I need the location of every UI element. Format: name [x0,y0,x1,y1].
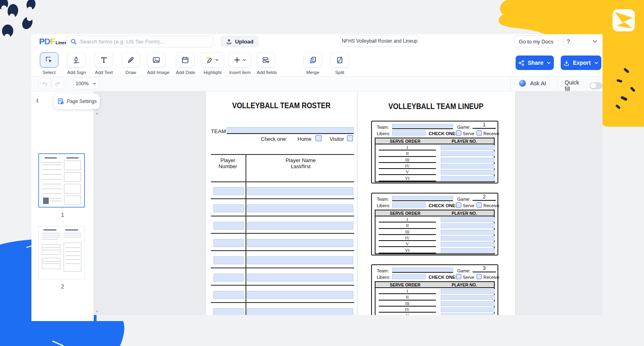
player-no-field[interactable] [441,295,495,300]
tool-add-image[interactable]: Add Image [147,52,169,75]
player-no-field[interactable] [441,313,495,315]
page-divider [357,91,357,315]
tool-select[interactable]: Select [40,52,58,75]
quick-fill-label: Quick fill [565,79,586,92]
scroll-down-arrow[interactable]: ▼ [95,310,99,313]
share-button[interactable]: Share [516,56,554,70]
roster-number-field[interactable] [213,239,244,247]
zoom-level-select[interactable]: 100% [73,78,99,89]
roster-title: VOLLEYBALL TEAM ROSTER [232,101,331,110]
split-icon [336,56,344,64]
roster-number-field[interactable] [213,308,244,315]
pdfliner-logo[interactable]: PDFLiner [39,37,66,46]
lineup-team-field[interactable] [392,268,453,273]
libero-label: Libero: [377,275,390,280]
player-no-field[interactable] [441,158,495,163]
roster-name-field[interactable] [247,256,353,264]
serve-row-numeral: I [379,144,436,150]
game-box-1: Team: Game: 1 Libero: CHECK ONE: Serve R… [371,121,498,183]
go-to-my-docs-button[interactable]: Go to my Docs [514,35,558,47]
ask-ai-button[interactable]: Ask AI [518,79,546,87]
roster-number-field[interactable] [213,291,244,299]
player-no-field[interactable] [441,307,495,312]
roster-name-field[interactable] [247,239,353,247]
page-thumbnail-1[interactable] [38,153,85,208]
app-window: PDFLiner Upload NFHS Volleyball Roster a… [31,34,603,315]
tool-insert-item[interactable]: Insert item [228,52,252,75]
serve-checkbox[interactable] [456,274,461,279]
visitor-checkbox[interactable] [347,135,353,141]
player-no-field[interactable] [441,289,495,294]
team-label: Team: [377,268,389,273]
merge-icon [309,56,317,64]
receive-checkbox[interactable] [477,274,482,279]
tool-add-sign[interactable]: Add Sign [67,52,86,75]
roster-name-field[interactable] [247,204,353,212]
roster-name-field[interactable] [247,308,353,315]
serve-row-numeral: I [379,288,436,294]
player-no-field[interactable] [441,170,495,175]
serve-row-numeral: V [379,169,436,175]
player-no-header: PLAYER NO. [435,138,494,144]
roster-name-field[interactable] [247,274,353,282]
libero-field[interactable] [392,130,426,136]
roster-name-field[interactable] [247,187,353,195]
check-one-label: CHECK ONE: [429,203,457,208]
player-no-field[interactable] [441,301,495,306]
serve-order-header: SERVE ORDER [376,138,435,144]
roster-number-field[interactable] [213,274,244,282]
search-input[interactable] [80,39,209,45]
serve-checkbox[interactable] [456,130,461,136]
libero-field[interactable] [392,274,426,279]
export-button[interactable]: Export [561,56,601,70]
tool-highlight[interactable]: Highlight [201,52,224,75]
player-no-field[interactable] [441,176,495,181]
receive-checkbox[interactable] [477,202,482,208]
player-no-header: PLAYER NO. [435,282,494,287]
tool-merge[interactable]: Merge [303,52,322,75]
quick-fill-toggle[interactable] [590,82,603,89]
player-no-field[interactable] [441,242,495,247]
player-no-field[interactable] [441,145,495,150]
player-no-field[interactable] [441,164,495,169]
tool-add-text[interactable]: Add Text [95,52,113,75]
roster-number-field[interactable] [213,187,244,195]
upload-button[interactable]: Upload [221,35,259,47]
receive-checkbox[interactable] [477,130,482,136]
tool-split[interactable]: Split [330,52,349,75]
roster-name-field[interactable] [247,291,353,299]
roster-name-field[interactable] [247,222,353,230]
redo-button[interactable] [52,78,64,89]
roster-number-field[interactable] [213,256,244,264]
player-no-field[interactable] [441,217,495,222]
page-thumbnail-2[interactable] [38,226,85,279]
player-no-field[interactable] [441,223,495,228]
undo-icon [41,80,48,87]
receive-label: Receive [483,131,500,136]
roster-number-field[interactable] [213,204,244,212]
lineup-team-field[interactable] [392,124,453,129]
home-checkbox[interactable] [316,135,322,141]
undo-button[interactable] [38,78,51,89]
collapse-sidebar-button[interactable]: ‹ [36,95,39,106]
player-no-field[interactable] [441,248,495,253]
page-settings-button[interactable]: Page Settings [54,94,100,109]
receive-label: Receive [483,275,500,280]
libero-field[interactable] [392,202,426,208]
roster-number-field[interactable] [213,222,244,230]
player-no-field[interactable] [441,151,495,156]
game-box-2: Team: Game: 2 Libero: CHECK ONE: Serve R… [371,193,498,255]
serve-checkbox[interactable] [456,202,461,208]
tool-draw[interactable]: Draw [122,52,140,75]
player-no-field[interactable] [441,236,495,241]
player-no-field[interactable] [441,230,495,235]
team-name-field[interactable] [227,127,354,134]
serve-order-table: SERVE ORDERPLAYER NO. I II III IV V VI [375,281,495,315]
tool-add-date[interactable]: Add Date [176,52,195,75]
chevron-down-icon[interactable] [592,38,598,45]
scroll-up-arrow[interactable]: ▲ [95,111,99,115]
lineup-team-field[interactable] [392,196,453,201]
help-button[interactable]: ? [562,35,574,47]
page-settings-icon [57,98,64,105]
tool-add-fields[interactable]: Add fields [257,52,277,75]
